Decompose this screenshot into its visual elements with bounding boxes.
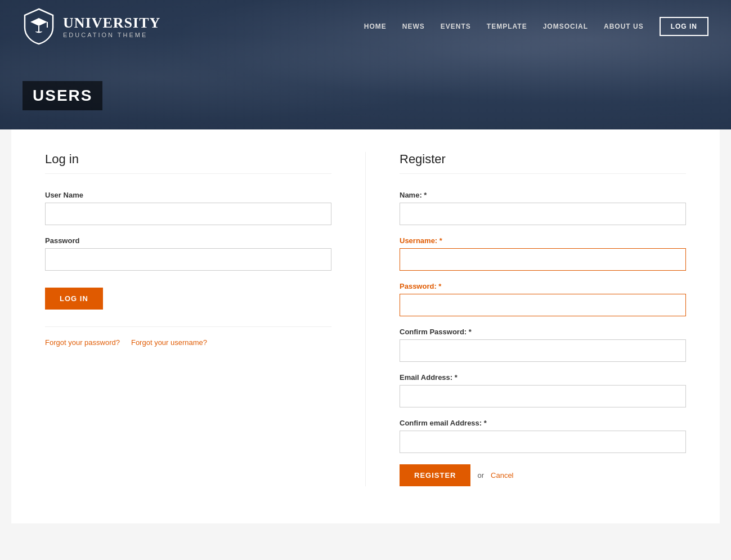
nav-links: HOME NEWS EVENTS TEMPLATE JOMSOCIAL ABOU… bbox=[364, 17, 708, 36]
nav-events[interactable]: EVENTS bbox=[441, 23, 471, 30]
reg-email-field-group: Email Address: * bbox=[400, 373, 686, 407]
reg-email-input[interactable] bbox=[400, 385, 686, 407]
forgot-links-area: Forgot your password? Forgot your userna… bbox=[45, 326, 331, 347]
logo-title: University bbox=[63, 15, 160, 32]
login-heading: Log in bbox=[45, 152, 331, 174]
navbar: University Education Theme HOME NEWS EVE… bbox=[0, 0, 731, 53]
nav-news[interactable]: NEWS bbox=[402, 23, 425, 30]
reg-password-label: Password: * bbox=[400, 282, 686, 290]
username-label: User Name bbox=[45, 191, 331, 199]
reg-name-field-group: Name: * bbox=[400, 191, 686, 225]
logo-area[interactable]: University Education Theme bbox=[23, 8, 160, 45]
login-button[interactable]: LOG IN bbox=[45, 288, 103, 310]
reg-name-label: Name: * bbox=[400, 191, 686, 199]
logo-shield-icon bbox=[23, 8, 55, 45]
two-column-layout: Log in User Name Password LOG IN Forgot … bbox=[45, 152, 686, 486]
register-heading: Register bbox=[400, 152, 686, 174]
login-section: Log in User Name Password LOG IN Forgot … bbox=[45, 152, 366, 486]
reg-confirm-email-input[interactable] bbox=[400, 431, 686, 453]
forgot-password-link[interactable]: Forgot your password? bbox=[45, 338, 120, 347]
logo-text: University Education Theme bbox=[63, 15, 160, 38]
reg-confirm-email-field-group: Confirm email Address: * bbox=[400, 419, 686, 453]
reg-password-field-group: Password: * bbox=[400, 282, 686, 316]
page-banner: USERS bbox=[0, 53, 731, 122]
nav-template[interactable]: TEMPLATE bbox=[487, 23, 527, 30]
forgot-username-link[interactable]: Forgot your username? bbox=[131, 338, 207, 347]
reg-name-input[interactable] bbox=[400, 203, 686, 225]
reg-password-input[interactable] bbox=[400, 294, 686, 316]
reg-confirm-password-field-group: Confirm Password: * bbox=[400, 328, 686, 362]
password-label: Password bbox=[45, 236, 331, 245]
reg-confirm-password-input[interactable] bbox=[400, 339, 686, 362]
register-actions: REGISTER or Cancel bbox=[400, 464, 686, 486]
username-field-group: User Name bbox=[45, 191, 331, 225]
logo-subtitle: Education Theme bbox=[63, 32, 160, 38]
password-input[interactable] bbox=[45, 248, 331, 271]
page-title: USERS bbox=[23, 81, 102, 110]
site-header: University Education Theme HOME NEWS EVE… bbox=[0, 0, 731, 129]
reg-confirm-password-label: Confirm Password: * bbox=[400, 328, 686, 336]
svg-marker-0 bbox=[30, 18, 47, 26]
reg-username-label: Username: * bbox=[400, 236, 686, 245]
cancel-link[interactable]: Cancel bbox=[491, 471, 513, 480]
reg-username-field-group: Username: * bbox=[400, 236, 686, 271]
password-field-group: Password bbox=[45, 236, 331, 271]
nav-about-us[interactable]: ABOUT US bbox=[604, 23, 644, 30]
or-text: or bbox=[477, 471, 484, 480]
reg-confirm-email-label: Confirm email Address: * bbox=[400, 419, 686, 427]
reg-username-input[interactable] bbox=[400, 248, 686, 271]
nav-home[interactable]: HOME bbox=[364, 23, 387, 30]
register-section: Register Name: * Username: * Password: *… bbox=[366, 152, 686, 486]
main-content: Log in User Name Password LOG IN Forgot … bbox=[11, 129, 720, 523]
register-button[interactable]: REGISTER bbox=[400, 464, 470, 486]
reg-email-label: Email Address: * bbox=[400, 373, 686, 382]
username-input[interactable] bbox=[45, 203, 331, 225]
nav-jomsocial[interactable]: JOMSOCIAL bbox=[543, 23, 588, 30]
nav-login-button[interactable]: LOG IN bbox=[660, 17, 708, 36]
